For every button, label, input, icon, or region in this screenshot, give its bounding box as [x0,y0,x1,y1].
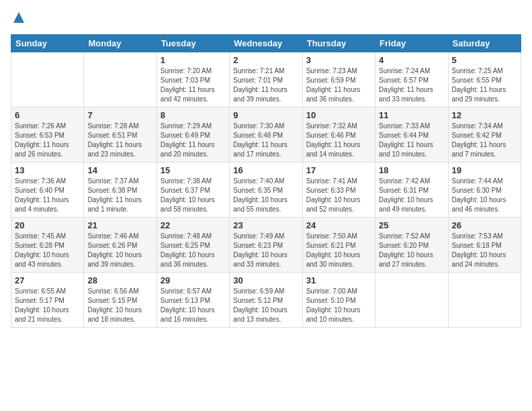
day-number: 29 [161,275,226,285]
day-number: 21 [87,220,152,230]
day-number: 2 [233,55,298,65]
calendar-cell: 17Sunrise: 7:41 AM Sunset: 6:33 PM Dayli… [302,163,375,218]
weekday-header-row: SundayMondayTuesdayWednesdayThursdayFrid… [11,35,521,52]
calendar-cell: 9Sunrise: 7:30 AM Sunset: 6:48 PM Daylig… [230,107,302,163]
calendar-cell [375,273,448,328]
day-number: 9 [233,110,298,120]
day-info: Sunrise: 7:49 AM Sunset: 6:23 PM Dayligh… [233,232,298,269]
calendar-cell: 18Sunrise: 7:42 AM Sunset: 6:31 PM Dayli… [375,163,448,218]
calendar-cell: 27Sunrise: 6:55 AM Sunset: 5:17 PM Dayli… [11,273,84,328]
day-info: Sunrise: 7:38 AM Sunset: 6:37 PM Dayligh… [161,177,226,214]
day-info: Sunrise: 7:46 AM Sunset: 6:26 PM Dayligh… [87,232,152,269]
day-info: Sunrise: 7:21 AM Sunset: 7:01 PM Dayligh… [233,66,298,104]
day-number: 15 [161,165,226,175]
calendar-week-5: 27Sunrise: 6:55 AM Sunset: 5:17 PM Dayli… [11,273,521,328]
day-number: 14 [87,165,152,175]
day-info: Sunrise: 7:20 AM Sunset: 7:03 PM Dayligh… [161,66,226,104]
calendar-cell: 14Sunrise: 7:37 AM Sunset: 6:38 PM Dayli… [84,163,157,218]
day-number: 16 [233,165,298,175]
day-number: 26 [452,220,517,230]
day-number: 10 [306,110,371,120]
calendar-cell: 11Sunrise: 7:33 AM Sunset: 6:44 PM Dayli… [375,107,448,163]
day-info: Sunrise: 6:56 AM Sunset: 5:15 PM Dayligh… [87,287,152,324]
day-number: 17 [306,165,371,175]
logo-text [11,11,26,28]
day-info: Sunrise: 6:57 AM Sunset: 5:13 PM Dayligh… [161,287,226,324]
weekday-thursday: Thursday [302,35,375,52]
calendar-cell: 16Sunrise: 7:40 AM Sunset: 6:35 PM Dayli… [230,163,302,218]
day-info: Sunrise: 7:36 AM Sunset: 6:40 PM Dayligh… [15,177,80,214]
calendar-cell: 10Sunrise: 7:32 AM Sunset: 6:46 PM Dayli… [302,107,375,163]
calendar-cell: 7Sunrise: 7:28 AM Sunset: 6:51 PM Daylig… [84,107,157,163]
calendar-cell: 24Sunrise: 7:50 AM Sunset: 6:21 PM Dayli… [302,218,375,273]
day-number: 28 [87,275,152,285]
calendar-cell: 3Sunrise: 7:23 AM Sunset: 6:59 PM Daylig… [302,52,375,107]
calendar-cell: 19Sunrise: 7:44 AM Sunset: 6:30 PM Dayli… [448,163,521,218]
weekday-wednesday: Wednesday [230,35,302,52]
calendar-cell: 15Sunrise: 7:38 AM Sunset: 6:37 PM Dayli… [157,163,229,218]
calendar-cell: 29Sunrise: 6:57 AM Sunset: 5:13 PM Dayli… [157,273,229,328]
day-info: Sunrise: 7:24 AM Sunset: 6:57 PM Dayligh… [379,66,444,104]
day-number: 24 [306,220,371,230]
calendar-week-2: 6Sunrise: 7:26 AM Sunset: 6:53 PM Daylig… [11,107,521,163]
calendar-cell: 5Sunrise: 7:25 AM Sunset: 6:55 PM Daylig… [448,52,521,107]
day-info: Sunrise: 7:37 AM Sunset: 6:38 PM Dayligh… [87,177,152,214]
day-number: 27 [15,275,80,285]
day-number: 1 [161,55,226,65]
calendar-cell: 2Sunrise: 7:21 AM Sunset: 7:01 PM Daylig… [230,52,302,107]
day-info: Sunrise: 7:40 AM Sunset: 6:35 PM Dayligh… [233,177,298,214]
calendar-cell [448,273,521,328]
day-number: 20 [15,220,80,230]
day-number: 7 [87,110,152,120]
day-number: 3 [306,55,371,65]
logo-icon [12,11,26,24]
page-header [11,11,521,28]
day-number: 6 [15,110,80,120]
calendar-table: SundayMondayTuesdayWednesdayThursdayFrid… [11,34,521,328]
weekday-saturday: Saturday [448,35,521,52]
day-info: Sunrise: 7:53 AM Sunset: 6:18 PM Dayligh… [452,232,517,269]
day-number: 11 [379,110,444,120]
calendar-cell: 30Sunrise: 6:59 AM Sunset: 5:12 PM Dayli… [230,273,302,328]
calendar-cell: 20Sunrise: 7:45 AM Sunset: 6:28 PM Dayli… [11,218,84,273]
day-info: Sunrise: 7:00 AM Sunset: 5:10 PM Dayligh… [306,287,371,324]
calendar-cell: 22Sunrise: 7:48 AM Sunset: 6:25 PM Dayli… [157,218,229,273]
weekday-monday: Monday [84,35,157,52]
day-info: Sunrise: 7:44 AM Sunset: 6:30 PM Dayligh… [452,177,517,214]
day-number: 22 [161,220,226,230]
day-number: 30 [233,275,298,285]
calendar-cell: 31Sunrise: 7:00 AM Sunset: 5:10 PM Dayli… [302,273,375,328]
day-number: 25 [379,220,444,230]
day-number: 4 [379,55,444,65]
day-info: Sunrise: 7:45 AM Sunset: 6:28 PM Dayligh… [15,232,80,269]
svg-marker-0 [13,12,24,23]
calendar-cell: 26Sunrise: 7:53 AM Sunset: 6:18 PM Dayli… [448,218,521,273]
weekday-sunday: Sunday [11,35,84,52]
calendar-cell: 23Sunrise: 7:49 AM Sunset: 6:23 PM Dayli… [230,218,302,273]
logo [11,11,26,28]
weekday-tuesday: Tuesday [157,35,229,52]
day-number: 23 [233,220,298,230]
day-number: 19 [452,165,517,175]
day-info: Sunrise: 7:50 AM Sunset: 6:21 PM Dayligh… [306,232,371,269]
calendar-cell: 1Sunrise: 7:20 AM Sunset: 7:03 PM Daylig… [157,52,229,107]
day-info: Sunrise: 7:41 AM Sunset: 6:33 PM Dayligh… [306,177,371,214]
day-number: 8 [161,110,226,120]
calendar-week-4: 20Sunrise: 7:45 AM Sunset: 6:28 PM Dayli… [11,218,521,273]
calendar-cell: 21Sunrise: 7:46 AM Sunset: 6:26 PM Dayli… [84,218,157,273]
day-info: Sunrise: 7:28 AM Sunset: 6:51 PM Dayligh… [87,122,152,159]
calendar-week-1: 1Sunrise: 7:20 AM Sunset: 7:03 PM Daylig… [11,52,521,107]
day-info: Sunrise: 7:42 AM Sunset: 6:31 PM Dayligh… [379,177,444,214]
day-info: Sunrise: 7:34 AM Sunset: 6:42 PM Dayligh… [452,122,517,159]
day-info: Sunrise: 7:48 AM Sunset: 6:25 PM Dayligh… [161,232,226,269]
calendar-cell: 6Sunrise: 7:26 AM Sunset: 6:53 PM Daylig… [11,107,84,163]
calendar-week-3: 13Sunrise: 7:36 AM Sunset: 6:40 PM Dayli… [11,163,521,218]
day-info: Sunrise: 7:23 AM Sunset: 6:59 PM Dayligh… [306,66,371,104]
day-number: 13 [15,165,80,175]
calendar-cell [84,52,157,107]
day-info: Sunrise: 7:30 AM Sunset: 6:48 PM Dayligh… [233,122,298,159]
calendar-cell: 25Sunrise: 7:52 AM Sunset: 6:20 PM Dayli… [375,218,448,273]
day-info: Sunrise: 7:29 AM Sunset: 6:49 PM Dayligh… [161,122,226,159]
day-info: Sunrise: 7:32 AM Sunset: 6:46 PM Dayligh… [306,122,371,159]
day-number: 12 [452,110,517,120]
